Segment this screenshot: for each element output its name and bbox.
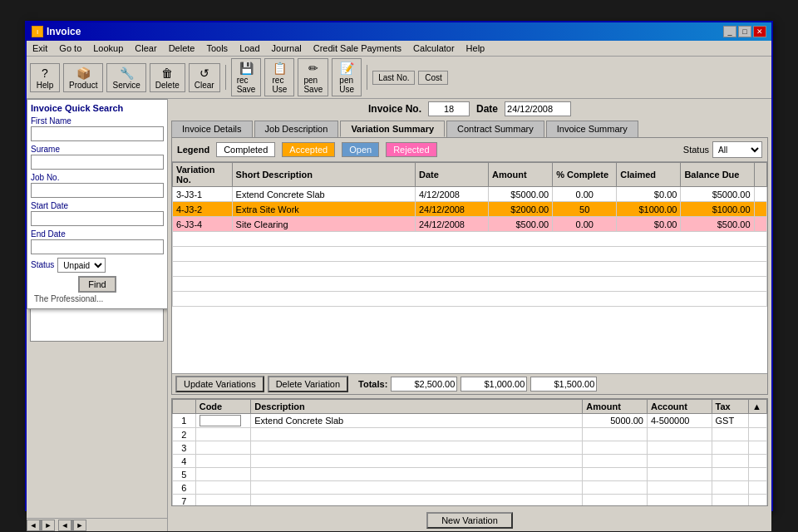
lcell-spacer bbox=[748, 441, 766, 455]
cell-spacer bbox=[754, 217, 766, 232]
clear-icon: ↺ bbox=[196, 66, 213, 81]
clear-button[interactable]: ↺ Clear bbox=[189, 63, 220, 92]
qs-job-no-input[interactable] bbox=[31, 183, 164, 198]
status-filter: Status All Completed Accepted Open Rejec… bbox=[683, 141, 762, 158]
lcell-code bbox=[195, 428, 251, 441]
cell-description: Site Clearing bbox=[232, 217, 415, 232]
product-button[interactable]: 📦 Product bbox=[63, 63, 103, 92]
legend-accepted[interactable]: Accepted bbox=[282, 142, 335, 157]
quick-search-panel: Invoice Quick Search First Name Surame J… bbox=[27, 99, 168, 309]
lcell-spacer bbox=[748, 414, 766, 428]
rec-save-button[interactable]: 💾 recSave bbox=[231, 58, 262, 96]
qs-find-button[interactable]: Find bbox=[78, 276, 116, 293]
minimize-button[interactable]: _ bbox=[723, 26, 736, 37]
lcell-spacer bbox=[748, 428, 766, 441]
qs-first-name-input[interactable] bbox=[31, 126, 164, 141]
rec-save-icon: 💾 bbox=[238, 61, 254, 76]
pen-save-button[interactable]: ✏ penSave bbox=[298, 58, 328, 96]
tab-invoice-details[interactable]: Invoice Details bbox=[171, 121, 253, 137]
qs-start-date-label: Start Date bbox=[31, 201, 164, 210]
total-amount-input[interactable] bbox=[391, 377, 457, 392]
service-icon: 🔧 bbox=[118, 66, 135, 81]
maximize-button[interactable]: □ bbox=[738, 26, 751, 37]
menu-calculator[interactable]: Calculator bbox=[411, 42, 457, 54]
legend-completed[interactable]: Completed bbox=[216, 142, 275, 157]
tab-invoice-summary[interactable]: Invoice Summary bbox=[546, 121, 638, 137]
menu-tools[interactable]: Tools bbox=[204, 42, 230, 54]
qs-status-select[interactable]: Unpaid All Paid bbox=[57, 258, 106, 273]
scroll-right-arrow[interactable]: ► bbox=[42, 520, 55, 531]
th-balance-due: Balance Due bbox=[681, 163, 754, 187]
qs-surname-input[interactable] bbox=[31, 155, 164, 170]
cost-button[interactable]: Cost bbox=[418, 71, 448, 85]
tab-job-description[interactable]: Job Description bbox=[254, 121, 339, 137]
tab-contract-summary[interactable]: Contract Summary bbox=[446, 121, 544, 137]
new-variation-bar: New Variation bbox=[168, 510, 771, 531]
legend-rejected[interactable]: Rejected bbox=[386, 142, 436, 157]
lower-table-row[interactable]: 4 bbox=[173, 455, 767, 468]
lower-table-row[interactable]: 6 bbox=[173, 481, 767, 495]
date-input[interactable] bbox=[505, 101, 571, 116]
scroll-left2-arrow[interactable]: ◄ bbox=[58, 520, 71, 531]
lower-table-row[interactable]: 3 bbox=[173, 441, 767, 455]
left-scrollbar: ◄ ► ◄ ► bbox=[27, 518, 167, 531]
cell-var-no: 6-J3-4 bbox=[173, 217, 233, 232]
close-button[interactable]: ✕ bbox=[753, 26, 766, 37]
service-button[interactable]: 🔧 Service bbox=[106, 63, 145, 92]
menu-credit-sale[interactable]: Credit Sale Payments bbox=[311, 42, 404, 54]
legend-open[interactable]: Open bbox=[342, 142, 379, 157]
lower-table-row[interactable]: 7 bbox=[173, 495, 767, 507]
help-button[interactable]: ? Help bbox=[30, 63, 60, 92]
lower-table-row[interactable]: 2 bbox=[173, 428, 767, 441]
lcell-description bbox=[251, 428, 583, 441]
lcell-description bbox=[251, 495, 583, 507]
menu-help[interactable]: Help bbox=[464, 42, 488, 54]
title-bar-left: I Invoice bbox=[32, 26, 81, 37]
lcell-description: Extend Concrete Slab bbox=[251, 414, 583, 428]
delete-variation-button[interactable]: Delete Variation bbox=[268, 376, 348, 392]
lcell-spacer bbox=[748, 481, 766, 495]
lcell-tax: GST bbox=[712, 414, 748, 428]
table-row[interactable]: 3-J3-1 Extend Concrete Slab 4/12/2008 $5… bbox=[173, 187, 767, 202]
invoice-no-label: Invoice No. bbox=[368, 103, 421, 115]
lcell-amount bbox=[583, 441, 648, 455]
table-row-empty bbox=[173, 292, 767, 307]
last-no-button[interactable]: Last No. bbox=[372, 71, 415, 85]
total-claimed-input[interactable] bbox=[461, 377, 527, 392]
new-variation-button[interactable]: New Variation bbox=[426, 512, 513, 529]
total-balance-input[interactable] bbox=[530, 377, 597, 392]
lower-table-row[interactable]: 1 Extend Concrete Slab 5000.00 4-500000 … bbox=[173, 414, 767, 428]
totals-section: Totals: bbox=[358, 377, 597, 392]
tab-variation-summary[interactable]: Variation Summary bbox=[340, 121, 445, 137]
table-row[interactable]: 6-J3-4 Site Clearing 24/12/2008 $500.00 … bbox=[173, 217, 767, 232]
table-row[interactable]: 4-J3-2 Extra Site Work 24/12/2008 $2000.… bbox=[173, 202, 767, 217]
window-title: Invoice bbox=[47, 26, 81, 37]
rec-use-button[interactable]: 📋 recUse bbox=[264, 58, 294, 96]
scroll-left-arrow[interactable]: ◄ bbox=[27, 520, 40, 531]
totals-label: Totals: bbox=[358, 379, 387, 389]
menu-exit[interactable]: Exit bbox=[30, 42, 50, 54]
product-icon: 📦 bbox=[75, 66, 91, 81]
update-variations-button[interactable]: Update Variations bbox=[175, 376, 264, 392]
menu-delete[interactable]: Delete bbox=[166, 42, 198, 54]
cell-balance: $1000.00 bbox=[681, 202, 754, 217]
lth-code: Code bbox=[195, 400, 251, 414]
invoice-no-input[interactable] bbox=[428, 101, 470, 116]
main-content: Jobs Job Name Status In Prog All Complet… bbox=[27, 99, 771, 531]
lower-table-row[interactable]: 5 bbox=[173, 468, 767, 481]
pen-use-button[interactable]: 📝 penUse bbox=[332, 58, 362, 96]
menu-journal[interactable]: Journal bbox=[269, 42, 304, 54]
menu-load[interactable]: Load bbox=[237, 42, 262, 54]
pen-save-icon: ✏ bbox=[305, 61, 322, 76]
lcell-num: 5 bbox=[173, 468, 196, 481]
menu-goto[interactable]: Go to bbox=[57, 42, 84, 54]
menu-lookup[interactable]: Lookup bbox=[91, 42, 126, 54]
th-var-no: Variation No. bbox=[173, 163, 233, 187]
scroll-right2-arrow[interactable]: ► bbox=[73, 520, 86, 531]
menu-clear[interactable]: Clear bbox=[132, 42, 159, 54]
status-filter-select[interactable]: All Completed Accepted Open Rejected bbox=[712, 141, 762, 158]
qs-start-date-input[interactable] bbox=[31, 211, 164, 226]
delete-button[interactable]: 🗑 Delete bbox=[150, 63, 185, 92]
variations-table: Variation No. Short Description Date Amo… bbox=[172, 162, 767, 373]
qs-end-date-input[interactable] bbox=[31, 239, 164, 254]
